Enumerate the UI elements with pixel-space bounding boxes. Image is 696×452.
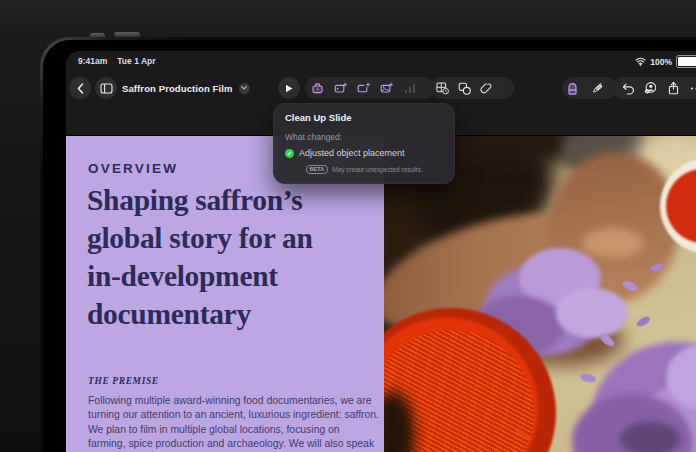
popup-change-item: Adjusted object placement	[299, 148, 405, 158]
image-sparkle-icon[interactable]	[380, 82, 393, 95]
battery-percent: 100%	[650, 57, 672, 67]
check-circle-icon: ✓	[285, 149, 294, 158]
slide-body[interactable]: Following multiple award-winning food do…	[88, 394, 379, 452]
view-options-button[interactable]	[95, 77, 117, 99]
clean-up-slide-popup: Clean Up Slide What changed: ✓ Adjusted …	[273, 103, 455, 184]
slide-sparkle-icon[interactable]	[334, 82, 347, 95]
chart-disabled-icon	[403, 82, 416, 95]
attachment-paperclip-icon[interactable]	[480, 82, 493, 95]
undo-icon[interactable]	[621, 82, 634, 95]
title-chevron-down-icon[interactable]	[239, 83, 250, 94]
collaborate-icon[interactable]	[644, 82, 657, 95]
beta-badge: BETA	[306, 165, 329, 174]
more-icon[interactable]	[690, 82, 696, 95]
beta-note: May create unexpected results.	[332, 166, 422, 173]
insert-group	[430, 77, 514, 99]
document-title: Saffron Production Film	[122, 83, 233, 94]
status-date: Tue 1 Apr	[117, 56, 155, 66]
photo-petal	[579, 372, 596, 383]
markup-group	[562, 77, 617, 99]
share-icon[interactable]	[667, 82, 680, 95]
back-button[interactable]	[69, 77, 91, 99]
slide-heading[interactable]: Shaping saffron’s global story for an in…	[87, 181, 313, 333]
status-time: 9:41am	[78, 56, 107, 66]
ipad-screen: 9:41am Tue 1 Apr 100%	[66, 51, 696, 452]
photo-petals	[556, 288, 628, 338]
magic-toolbox-icon[interactable]	[311, 82, 324, 95]
status-bar-right: 100%	[635, 55, 696, 68]
play-button[interactable]	[278, 77, 300, 99]
actions-group	[612, 77, 696, 99]
photo-petal	[635, 315, 651, 329]
photo-petals-shadow	[620, 422, 680, 452]
slide-kicker[interactable]: THE PREMISE	[88, 376, 159, 386]
clean-up-eraser-icon[interactable]	[566, 82, 579, 95]
shapes-icon[interactable]	[458, 82, 471, 95]
table-chart-icon[interactable]	[436, 82, 449, 95]
status-bar-left: 9:41am Tue 1 Apr	[78, 56, 156, 66]
heading-line: documentary	[87, 295, 313, 333]
ai-tools-group	[305, 77, 435, 99]
photo-backdrop: 9:41am Tue 1 Apr 100%	[0, 0, 696, 452]
heading-line: global story for an	[87, 219, 313, 257]
format-brush-icon[interactable]	[590, 82, 603, 95]
ipad-device: 9:41am Tue 1 Apr 100%	[40, 37, 696, 452]
popup-title: Clean Up Slide	[285, 112, 443, 123]
heading-line: Shaping saffron’s	[87, 181, 313, 219]
document-title-group[interactable]: Saffron Production Film	[122, 77, 250, 99]
photo-hand-highlight	[582, 228, 644, 258]
wifi-icon	[635, 57, 646, 66]
battery-icon	[676, 55, 696, 68]
slide-eyebrow[interactable]: OVERVIEW	[88, 161, 178, 176]
popup-subtitle: What changed:	[285, 132, 443, 142]
frame-sparkle-icon[interactable]	[357, 82, 370, 95]
heading-line: in-development	[87, 257, 313, 295]
